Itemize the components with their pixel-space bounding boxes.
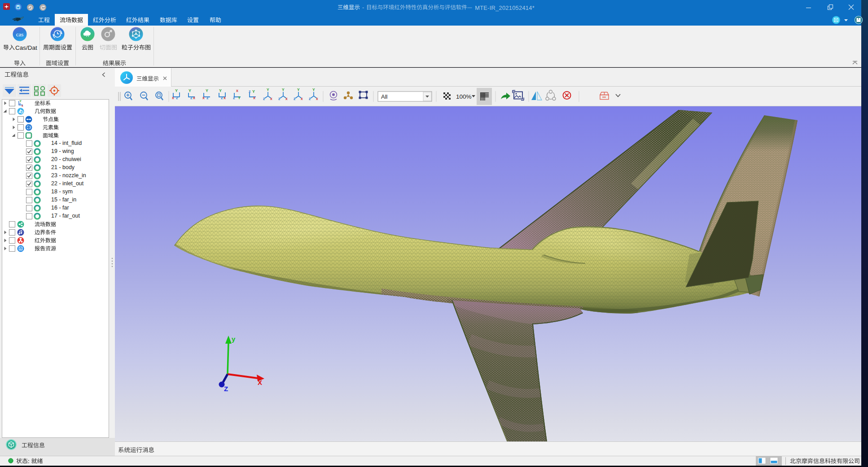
svg-text:x: x <box>270 96 272 101</box>
svg-text:z: z <box>176 96 178 100</box>
svg-text:Y: Y <box>175 88 178 93</box>
svg-text:x: x <box>253 96 255 100</box>
svg-text:All: All <box>381 93 388 100</box>
svg-text:x: x <box>202 96 205 100</box>
svg-text:z: z <box>190 96 193 100</box>
svg-text:Y: Y <box>267 87 269 92</box>
svg-text:Y: Y <box>189 88 191 93</box>
svg-text:z: z <box>294 96 295 101</box>
svg-text:x: x <box>301 96 303 101</box>
svg-text:z: z <box>221 96 223 100</box>
svg-text:Y: Y <box>282 87 285 92</box>
svg-text:z: z <box>278 96 280 101</box>
svg-text:x: x <box>224 96 226 100</box>
svg-text:Y: Y <box>297 87 300 92</box>
svg-text:100%: 100% <box>456 93 472 100</box>
svg-text:Z: Z <box>224 385 228 393</box>
svg-text:x: x <box>285 96 288 101</box>
svg-text:Y: Y <box>219 88 222 93</box>
svg-text:z: z <box>263 96 265 101</box>
svg-text:Y: Y <box>238 96 241 100</box>
svg-text:z: z <box>309 96 311 101</box>
svg-text:cas: cas <box>16 31 24 38</box>
svg-text:x: x <box>236 88 238 93</box>
svg-text:Y: Y <box>206 88 208 93</box>
svg-text:x: x <box>22 104 23 107</box>
svg-text:y: y <box>232 335 236 343</box>
svg-text:x: x <box>316 96 318 101</box>
svg-text:x: x <box>172 96 174 100</box>
svg-text:X: X <box>258 379 262 386</box>
svg-text:z: z <box>206 96 209 100</box>
svg-text:z: z <box>233 96 235 100</box>
svg-text:x: x <box>193 96 195 100</box>
svg-text:Y: Y <box>312 87 315 92</box>
svg-text:Y: Y <box>252 89 255 94</box>
svg-text:z: z <box>249 89 251 94</box>
